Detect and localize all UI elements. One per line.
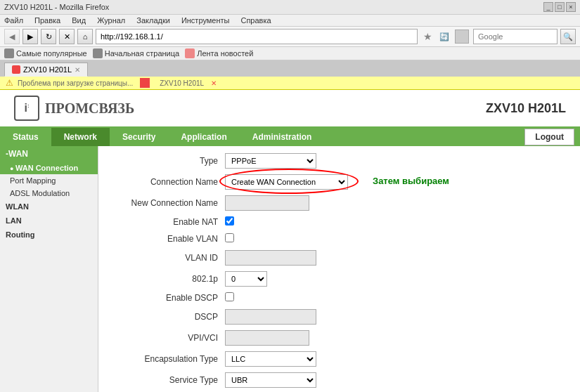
type-select[interactable]: PPPoE DHCP Static: [225, 153, 316, 169]
menu-file[interactable]: Файл: [4, 16, 23, 25]
enable-dscp-row: Enable DSCP: [112, 292, 566, 303]
stop-button[interactable]: ✕: [59, 29, 75, 44]
enable-nat-checkbox[interactable]: [225, 216, 234, 226]
tab-administration[interactable]: Administration: [240, 128, 325, 146]
new-conn-input[interactable]: [225, 195, 309, 211]
new-conn-label: New Connection Name: [112, 198, 225, 208]
enable-vlan-control: [225, 233, 234, 244]
menu-history[interactable]: Журнал: [97, 16, 125, 25]
refresh-icon[interactable]: 🔄: [438, 32, 451, 41]
search-button[interactable]: 🔍: [560, 29, 576, 44]
menu-bookmarks[interactable]: Закладки: [136, 16, 170, 25]
service-row: Service Type UBR CBR VBR-rt VBR-nrt: [112, 372, 566, 388]
tab-label: ZXV10 H201L: [23, 65, 72, 74]
vpi-vci-row: VPI/VCI: [112, 330, 566, 346]
enable-dscp-label: Enable DSCP: [112, 293, 225, 303]
bookmark-news-icon: [185, 48, 195, 58]
window-controls[interactable]: _ □ ×: [543, 2, 576, 12]
device-name: ZXV10 H201L: [486, 101, 566, 116]
conn-name-label: Connection Name: [112, 177, 225, 187]
encap-control: LLC VC-MUX: [225, 351, 316, 367]
bookmark-home-icon: [93, 48, 103, 58]
dscp-input[interactable]: [225, 309, 316, 325]
search-input[interactable]: [473, 29, 558, 44]
logo-text: ПРОМСВЯЗЬ: [45, 100, 134, 117]
warning-x-icon[interactable]: ✕: [211, 79, 217, 87]
back-button[interactable]: ◀: [4, 29, 20, 44]
enable-nat-label: Enable NAT: [112, 217, 225, 227]
menu-tools[interactable]: Инструменты: [181, 16, 230, 25]
warning-text: Проблема при загрузке страницы...: [18, 79, 133, 87]
vpi-vci-control: [225, 330, 309, 346]
menu-view[interactable]: Вид: [72, 16, 86, 25]
tab-close-button[interactable]: ✕: [75, 66, 80, 74]
encap-label: Encapsulation Type: [112, 354, 225, 364]
menu-bar: Файл Правка Вид Журнал Закладки Инструме…: [0, 15, 580, 27]
warning-close-icon[interactable]: [140, 78, 150, 88]
reload-button[interactable]: ↻: [41, 29, 56, 44]
dot1p-label: 802.1p: [112, 274, 225, 284]
sidebar-item-wan-connection[interactable]: WAN Connection: [0, 162, 98, 174]
tab-label-warning: ZXV10 H201L: [160, 79, 204, 87]
dscp-row: DSCP: [112, 309, 566, 325]
nav-tabs: Status Network Security Application Admi…: [0, 128, 580, 146]
vlan-id-row: VLAN ID: [112, 250, 566, 266]
logout-button[interactable]: Logout: [524, 129, 574, 145]
minimize-button[interactable]: _: [543, 2, 553, 12]
enable-nat-control: [225, 216, 234, 228]
encap-row: Encapsulation Type LLC VC-MUX: [112, 351, 566, 367]
dot1p-select[interactable]: 0123 4567: [225, 271, 267, 287]
bookmark-star-icon[interactable]: ★: [420, 31, 435, 42]
type-label: Type: [112, 156, 225, 166]
address-input[interactable]: [96, 29, 418, 44]
bookmark-news[interactable]: Лента новостей: [185, 48, 253, 58]
home-button[interactable]: ⌂: [77, 29, 93, 44]
forward-button[interactable]: ▶: [22, 29, 38, 44]
service-control: UBR CBR VBR-rt VBR-nrt: [225, 372, 316, 388]
bookmark-popular[interactable]: Самые популярные: [4, 48, 87, 58]
nav-bar: ◀ ▶ ↻ ✕ ⌂ ★ 🔄 🔍: [0, 27, 580, 47]
encap-select[interactable]: LLC VC-MUX: [225, 351, 316, 367]
tab-application[interactable]: Application: [168, 128, 239, 146]
logo-area: i : ПРОМСВЯЗЬ: [14, 96, 134, 121]
vlan-id-control: [225, 250, 316, 266]
enable-vlan-checkbox[interactable]: [225, 233, 234, 242]
dot1p-control: 0123 4567: [225, 271, 267, 287]
tab-status[interactable]: Status: [0, 128, 51, 146]
window-title: ZXV10 H201L - Mozilla Firefox: [4, 3, 109, 11]
enable-dscp-control: [225, 292, 234, 303]
menu-edit[interactable]: Правка: [34, 16, 60, 25]
vpi-vci-input[interactable]: [225, 330, 309, 346]
tab-bar: ZXV10 H201L ✕: [0, 60, 580, 77]
tab-security[interactable]: Security: [110, 128, 168, 146]
bookmark-home[interactable]: Начальная страница: [93, 48, 179, 58]
tab-favicon: [12, 65, 20, 74]
browser-tab-active[interactable]: ZXV10 H201L ✕: [4, 63, 88, 77]
title-bar: ZXV10 H201L - Mozilla Firefox _ □ ×: [0, 0, 580, 15]
main-layout: -WAN WAN Connection Port Mapping ADSL Mo…: [0, 146, 580, 392]
dot1p-row: 802.1p 0123 4567: [112, 271, 566, 287]
sidebar-wan-header: -WAN: [0, 146, 98, 162]
vpi-vci-label: VPI/VCI: [112, 333, 225, 343]
vlan-id-input[interactable]: [225, 250, 316, 266]
content-area: Type PPPoE DHCP Static Connection Name C…: [98, 146, 580, 392]
tab-network[interactable]: Network: [51, 128, 110, 146]
maximize-button[interactable]: □: [555, 2, 565, 12]
logo-icon: i :: [14, 96, 39, 121]
sidebar-item-adsl-modulation[interactable]: ADSL Modulation: [0, 187, 98, 200]
sidebar-item-port-mapping[interactable]: Port Mapping: [0, 174, 98, 187]
close-button[interactable]: ×: [566, 2, 576, 12]
enable-vlan-row: Enable VLAN: [112, 233, 566, 244]
menu-help[interactable]: Справка: [240, 16, 271, 25]
enable-vlan-label: Enable VLAN: [112, 234, 225, 244]
service-select[interactable]: UBR CBR VBR-rt VBR-nrt: [225, 372, 316, 388]
warning-bar: ⚠ Проблема при загрузке страницы... ZXV1…: [0, 77, 580, 90]
security-icon: [455, 30, 469, 44]
enable-dscp-checkbox[interactable]: [225, 292, 234, 301]
service-label: Service Type: [112, 375, 225, 385]
warning-icon: ⚠: [6, 78, 13, 88]
bookmarks-bar: Самые популярные Начальная страница Лент…: [0, 47, 580, 60]
vlan-id-label: VLAN ID: [112, 253, 225, 263]
new-conn-control: [225, 195, 309, 211]
conn-name-select[interactable]: Create WAN Connection: [225, 174, 348, 190]
